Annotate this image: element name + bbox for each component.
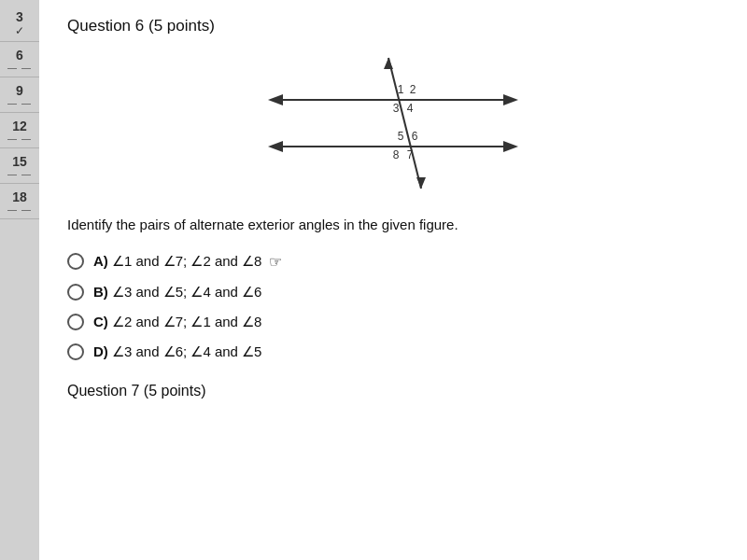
option-d-label: D) (93, 343, 108, 359)
main-content: Question 6 (5 points) (39, 0, 747, 560)
diagram-container: 1 2 3 4 5 6 8 7 (67, 49, 719, 198)
option-a-label: A) (93, 253, 108, 269)
sidebar-label-3: 3 (16, 9, 23, 24)
sidebar-dash-12: — — (7, 133, 32, 144)
sidebar-dash-6: — — (7, 63, 32, 73)
sidebar-item-12[interactable]: 12 — — (0, 113, 39, 148)
angle-label-8: 8 (393, 148, 400, 161)
question-points: (5 points) (148, 17, 215, 35)
angle-label-5: 5 (398, 130, 404, 143)
question-text: Identify the pairs of alternate exterior… (67, 215, 719, 236)
option-b[interactable]: B) ∠3 and ∠5; ∠4 and ∠6 (67, 284, 719, 301)
cursor-hand-icon: ☞ (269, 253, 282, 271)
option-a[interactable]: A) ∠1 and ∠7; ∠2 and ∠8 ☞ (67, 253, 719, 271)
svg-marker-4 (416, 177, 426, 189)
sidebar-item-15[interactable]: 15 — — (0, 148, 39, 184)
next-question-number: Question 7 (67, 383, 139, 399)
sidebar-label-18: 18 (12, 189, 27, 204)
question-title: Question 6 (5 points) (67, 17, 719, 35)
angle-label-6: 6 (412, 130, 418, 143)
question-number: Question 6 (67, 17, 144, 35)
angle-label-1: 1 (398, 83, 404, 96)
sidebar-item-9[interactable]: 9 — — (0, 77, 39, 113)
sidebar-dash-18: — — (7, 204, 32, 215)
option-b-text: B) ∠3 and ∠5; ∠4 and ∠6 (93, 284, 261, 301)
sidebar-label-9: 9 (16, 83, 23, 98)
sidebar-label-6: 6 (16, 48, 23, 63)
option-d[interactable]: D) ∠3 and ∠6; ∠4 and ∠5 (67, 343, 719, 360)
angle-label-2: 2 (410, 83, 416, 96)
option-c[interactable]: C) ∠2 and ∠7; ∠1 and ∠8 (67, 314, 719, 330)
sidebar-check-3: ✓ (15, 24, 24, 37)
angle-label-3: 3 (393, 102, 400, 115)
answer-options: A) ∠1 and ∠7; ∠2 and ∠8 ☞ B) ∠3 and ∠5; … (67, 253, 719, 360)
next-question-points: (5 points) (144, 383, 206, 399)
sidebar-item-3[interactable]: 3 ✓ (0, 4, 39, 42)
radio-a[interactable] (67, 253, 84, 270)
option-d-text: D) ∠3 and ∠6; ∠4 and ∠5 (93, 343, 261, 360)
radio-d[interactable] (67, 343, 84, 360)
sidebar-label-15: 15 (12, 154, 27, 169)
angle-label-4: 4 (407, 102, 414, 115)
sidebar-item-18[interactable]: 18 — — (0, 184, 39, 219)
sidebar: 3 ✓ 6 — — 9 — — 12 — — 15 — — 18 — — (0, 0, 39, 560)
sidebar-dash-9: — — (7, 98, 32, 108)
option-a-text: A) ∠1 and ∠7; ∠2 and ∠8 (93, 253, 261, 270)
geometry-diagram: 1 2 3 4 5 6 8 7 (262, 49, 524, 198)
sidebar-item-6[interactable]: 6 — — (0, 42, 39, 77)
option-c-text: C) ∠2 and ∠7; ∠1 and ∠8 (93, 314, 261, 330)
radio-c[interactable] (67, 314, 84, 330)
radio-b[interactable] (67, 284, 84, 301)
svg-marker-3 (384, 58, 393, 69)
angle-label-7: 7 (407, 148, 414, 161)
sidebar-label-12: 12 (12, 119, 27, 133)
option-b-label: B) (93, 284, 108, 300)
sidebar-dash-15: — — (7, 169, 32, 179)
svg-line-2 (388, 58, 421, 189)
option-c-label: C) (93, 314, 108, 329)
next-question-title: Question 7 (5 points) (67, 383, 719, 399)
